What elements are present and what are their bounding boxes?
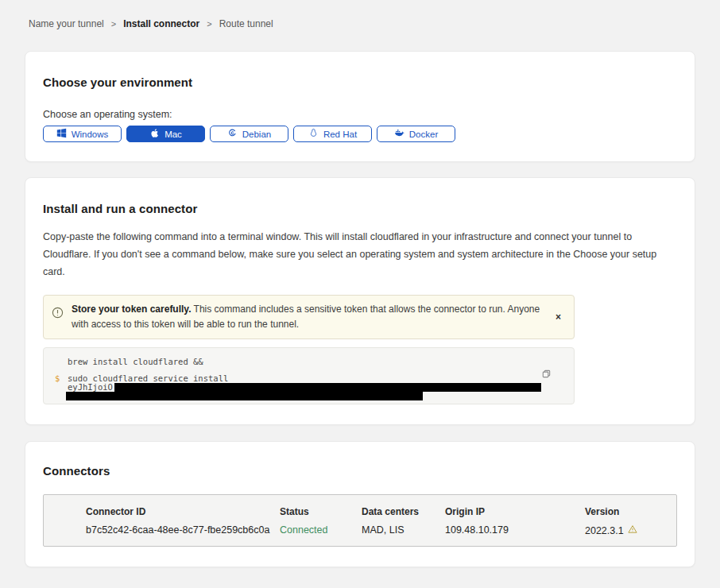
connectors-card-title: Connectors xyxy=(43,464,677,478)
os-button-label: Red Hat xyxy=(323,130,357,139)
command-text: sudo cloudflared service install xyxy=(68,373,228,383)
apple-icon xyxy=(149,128,160,140)
version-value: 2022.3.1 xyxy=(585,524,676,536)
token-warning-banner: Store your token carefully. This command… xyxy=(43,295,575,339)
os-button-label: Debian xyxy=(242,130,271,139)
token-prefix: eyJhIjoiO xyxy=(68,383,113,392)
column-header-status: Status xyxy=(280,506,362,517)
os-button-windows[interactable]: Windows xyxy=(43,126,122,142)
os-button-group: Windows Mac Debian Red Hat Docker xyxy=(43,126,677,142)
version-number: 2022.3.1 xyxy=(585,525,624,536)
os-button-redhat[interactable]: Red Hat xyxy=(293,126,372,142)
breadcrumb-route-tunnel[interactable]: Route tunnel xyxy=(219,18,273,29)
os-button-docker[interactable]: Docker xyxy=(377,126,455,142)
command-line-2: $ sudo cloudflared service install xyxy=(68,374,542,383)
command-line-1: brew install cloudflared && xyxy=(68,358,542,366)
redhat-icon xyxy=(308,128,319,140)
install-connector-card: Install and run a connector Copy-paste t… xyxy=(25,177,695,425)
breadcrumb-install-connector[interactable]: Install connector xyxy=(123,18,199,29)
redacted-token-bar xyxy=(66,392,423,400)
os-button-label: Windows xyxy=(72,130,109,139)
shell-prompt: $ xyxy=(55,374,60,383)
os-button-label: Mac xyxy=(165,130,182,139)
warning-triangle-icon xyxy=(628,524,637,536)
column-header-origin-ip: Origin IP xyxy=(445,506,585,517)
terminal-command-block: brew install cloudflared && $ sudo cloud… xyxy=(43,347,575,404)
column-header-data-centers: Data centers xyxy=(362,506,445,517)
data-centers-value: MAD, LIS xyxy=(362,524,445,536)
redacted-token-bar xyxy=(114,383,541,392)
breadcrumb-name-your-tunnel[interactable]: Name your tunnel xyxy=(29,18,104,29)
warning-text: Store your token carefully. This command… xyxy=(72,302,544,332)
install-card-title: Install and run a connector xyxy=(43,202,671,215)
docker-icon xyxy=(394,128,405,140)
copy-icon[interactable] xyxy=(540,367,553,381)
debian-icon xyxy=(227,128,238,140)
connectors-table: Connector ID Status Data centers Origin … xyxy=(43,494,677,547)
token-line: eyJhIjoiO xyxy=(68,383,542,392)
status-badge: Connected xyxy=(280,524,362,536)
choose-environment-card: Choose your environment Choose an operat… xyxy=(25,51,695,162)
breadcrumb-separator: > xyxy=(207,19,211,29)
windows-icon xyxy=(56,128,67,140)
connectors-card: Connectors Connector ID Status Data cent… xyxy=(25,441,695,567)
os-select-label: Choose an operating system: xyxy=(43,109,677,120)
os-button-debian[interactable]: Debian xyxy=(210,126,288,142)
origin-ip-value: 109.48.10.179 xyxy=(445,524,585,536)
warning-title: Store your token carefully. xyxy=(72,304,192,315)
os-button-label: Docker xyxy=(409,130,438,139)
alert-circle-icon xyxy=(52,307,64,319)
column-header-connector-id: Connector ID xyxy=(86,506,280,517)
close-icon[interactable]: × xyxy=(552,311,564,323)
install-description: Copy-paste the following command into a … xyxy=(43,229,671,281)
breadcrumb: Name your tunnel > Install connector > R… xyxy=(0,0,720,29)
environment-card-title: Choose your environment xyxy=(43,75,677,89)
breadcrumb-separator: > xyxy=(111,19,116,29)
column-header-version: Version xyxy=(585,506,676,517)
os-button-mac[interactable]: Mac xyxy=(126,126,205,142)
connector-id-value: b7c52c42-6caa-48ee-8c77-fbe259cb6c0a xyxy=(86,524,280,536)
